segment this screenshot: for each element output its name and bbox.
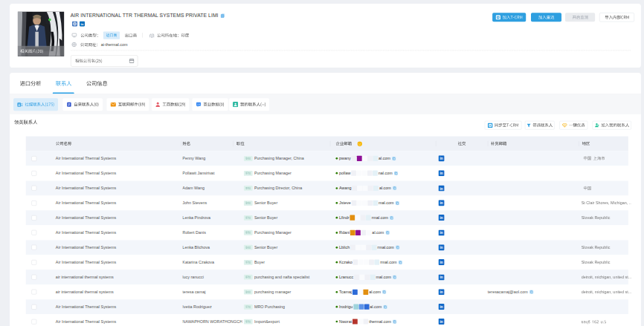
svg-text:in: in [440, 320, 443, 324]
svg-text:in: in [440, 246, 443, 250]
svg-text:in: in [440, 261, 443, 264]
svg-text:in: in [81, 22, 84, 26]
svg-text:in: in [440, 186, 443, 190]
svg-text:in: in [440, 172, 443, 175]
svg-text:in: in [440, 157, 443, 160]
svg-text:in: in [440, 290, 443, 294]
svg-text:in: in [440, 276, 443, 279]
svg-text:in: in [440, 216, 443, 220]
svg-text:in: in [440, 305, 443, 309]
svg-text:in: in [440, 231, 443, 235]
svg-text:in: in [440, 201, 443, 205]
